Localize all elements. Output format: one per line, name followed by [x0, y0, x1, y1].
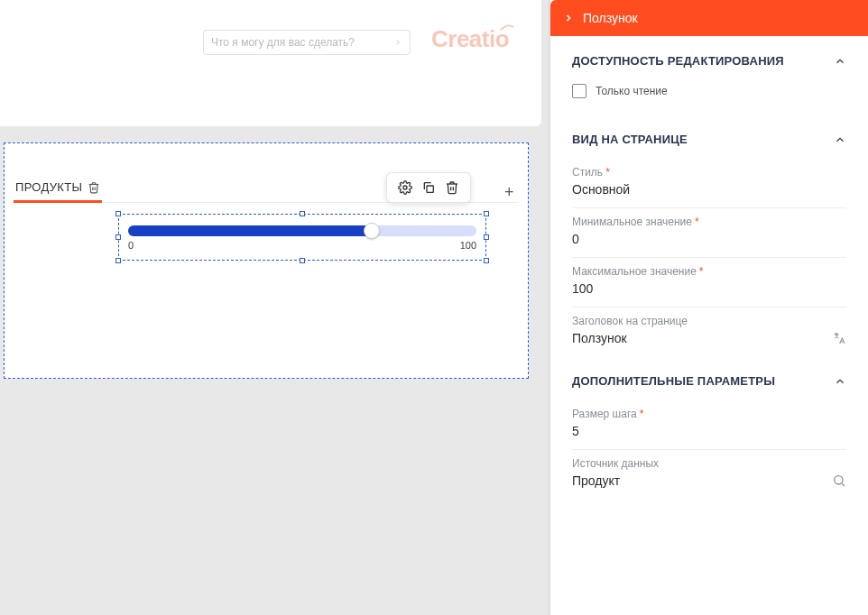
readonly-label: Только чтение	[596, 85, 668, 97]
chevron-right-icon	[563, 13, 574, 23]
add-element-icon[interactable]: +	[504, 183, 514, 202]
section-access-header[interactable]: ДОСТУПНОСТЬ РЕДАКТИРОВАНИЯ	[572, 36, 846, 80]
field-max-value[interactable]: Максимальное значение * 100	[572, 258, 846, 308]
copy-icon[interactable]	[421, 180, 436, 195]
field-page-title[interactable]: Заголовок на странице Ползунок	[572, 308, 846, 356]
field-data-source-value: Продукт	[572, 473, 620, 488]
panel-header[interactable]: Ползунок	[550, 0, 868, 36]
section-view: ВИД НА СТРАНИЦЕ Стиль * Основной Минимал…	[550, 115, 868, 356]
element-toolbar	[386, 172, 471, 203]
chevron-up-icon	[834, 55, 846, 68]
slider-thumb[interactable]	[364, 223, 380, 239]
resize-handle[interactable]	[300, 211, 305, 216]
svg-rect-1	[427, 186, 433, 192]
required-asterisk: *	[699, 265, 704, 278]
field-data-source[interactable]: Источник данных Продукт	[572, 450, 846, 499]
global-search-placeholder: Что я могу для вас сделать?	[211, 36, 355, 49]
resize-handle[interactable]	[300, 258, 305, 263]
global-search-input[interactable]: Что я могу для вас сделать?	[203, 30, 411, 55]
chevron-up-icon	[834, 375, 846, 388]
slider-element-selection[interactable]: 0 100	[118, 214, 486, 261]
tab-label: ПРОДУКТЫ	[15, 180, 82, 194]
section-params-header[interactable]: ДОПОЛНИТЕЛЬНЫЕ ПАРАМЕТРЫ	[572, 356, 846, 400]
field-max-value-text: 100	[572, 281, 846, 296]
slider-min-label: 0	[128, 240, 134, 251]
chevron-up-icon	[834, 133, 846, 146]
field-min-value[interactable]: Минимальное значение * 0	[572, 208, 846, 258]
resize-handle[interactable]	[484, 211, 489, 216]
required-asterisk: *	[695, 216, 699, 228]
trash-icon[interactable]	[445, 180, 459, 195]
resize-handle[interactable]	[115, 234, 121, 240]
field-step-value: 5	[572, 424, 846, 438]
section-access: ДОСТУПНОСТЬ РЕДАКТИРОВАНИЯ Только чтение	[550, 36, 868, 115]
resize-handle[interactable]	[484, 234, 489, 240]
slider-widget[interactable]: 0 100	[128, 225, 476, 251]
chevron-right-icon	[393, 38, 402, 47]
field-step-size[interactable]: Размер шага * 5	[572, 400, 846, 450]
tab-products[interactable]: ПРОДУКТЫ	[14, 174, 102, 203]
top-header-area: Что я могу для вас сделать? Creatio	[0, 0, 541, 126]
checkbox-unchecked-icon[interactable]	[572, 84, 586, 98]
translate-icon[interactable]	[832, 331, 846, 345]
readonly-checkbox-row[interactable]: Только чтение	[572, 80, 846, 115]
section-params: ДОПОЛНИТЕЛЬНЫЕ ПАРАМЕТРЫ Размер шага * 5…	[550, 356, 868, 499]
required-asterisk: *	[605, 166, 610, 179]
svg-line-3	[842, 483, 845, 486]
section-view-header[interactable]: ВИД НА СТРАНИЦЕ	[572, 115, 846, 159]
field-min-value-text: 0	[572, 232, 846, 246]
gear-icon[interactable]	[398, 180, 412, 195]
panel-title: Ползунок	[583, 11, 638, 25]
svg-point-2	[835, 476, 843, 484]
resize-handle[interactable]	[115, 211, 121, 216]
svg-point-0	[403, 186, 407, 189]
field-page-title-text: Ползунок	[572, 331, 627, 345]
trash-icon[interactable]	[88, 181, 100, 194]
resize-handle[interactable]	[115, 258, 121, 263]
brand-logo: Creatio	[431, 25, 509, 53]
slider-max-label: 100	[460, 240, 476, 251]
slider-range-labels: 0 100	[128, 240, 476, 251]
search-icon[interactable]	[832, 473, 846, 488]
required-asterisk: *	[640, 408, 644, 420]
design-canvas[interactable]: ПРОДУКТЫ +	[4, 142, 529, 379]
slider-track[interactable]	[128, 225, 476, 236]
field-style-value: Основной	[572, 182, 846, 197]
field-style[interactable]: Стиль * Основной	[572, 159, 846, 208]
resize-handle[interactable]	[484, 258, 489, 263]
properties-panel: Ползунок ДОСТУПНОСТЬ РЕДАКТИРОВАНИЯ Толь…	[550, 0, 868, 615]
slider-fill	[128, 225, 372, 236]
